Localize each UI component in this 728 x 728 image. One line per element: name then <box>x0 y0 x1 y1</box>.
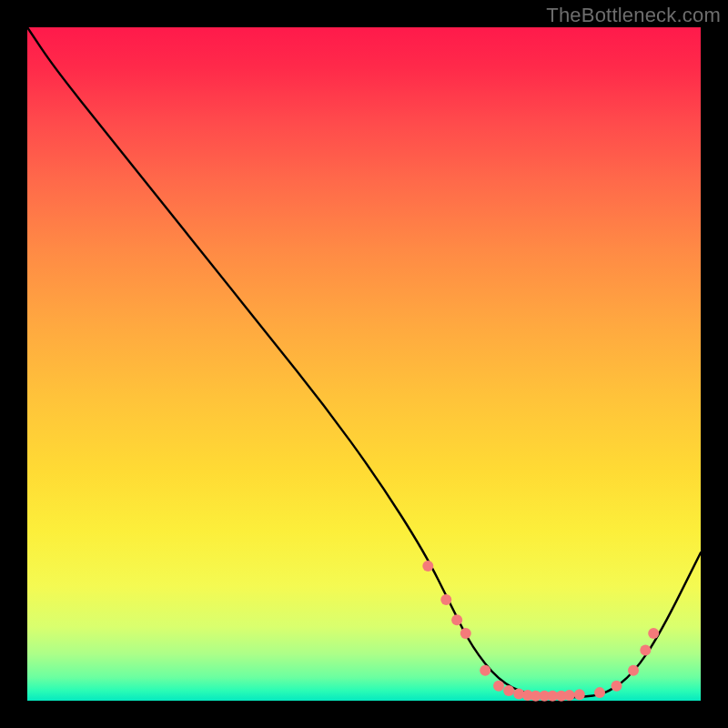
marker-dot <box>451 614 462 625</box>
marker-dot <box>493 681 504 692</box>
marker-dot <box>648 628 659 639</box>
marker-dot <box>594 687 605 698</box>
marker-dot <box>628 665 639 676</box>
watermark-text: TheBottleneck.com <box>546 4 721 27</box>
chart-frame: TheBottleneck.com <box>0 0 728 728</box>
marker-dot <box>640 645 651 656</box>
marker-dot <box>460 628 471 639</box>
marker-dot <box>564 690 575 701</box>
marker-dot <box>574 689 585 700</box>
curve-line <box>27 27 701 697</box>
marker-dot <box>440 594 451 605</box>
marker-dot <box>612 681 622 692</box>
marker-dot <box>503 685 514 696</box>
marker-dot <box>422 561 433 571</box>
chart-svg <box>27 27 701 701</box>
plot-area <box>27 27 701 701</box>
marker-dot <box>480 665 490 676</box>
